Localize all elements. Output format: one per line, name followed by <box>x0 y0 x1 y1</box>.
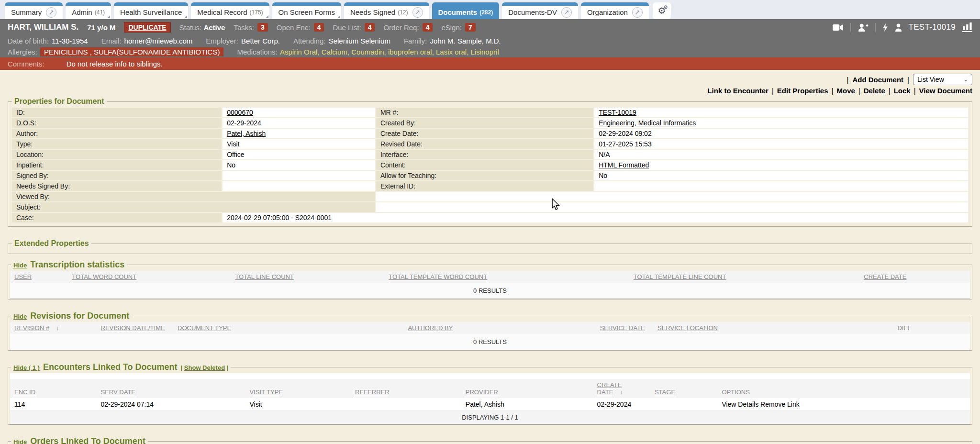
tab-settings-gear-icon[interactable]: ⚙ ⚙ <box>653 2 671 19</box>
show-deleted-link[interactable]: Show Deleted <box>184 364 225 371</box>
mr-number-link[interactable]: TEST-10019 <box>599 109 636 116</box>
stage-cell <box>650 398 717 411</box>
separator: | <box>847 76 849 84</box>
field-label: Family: <box>404 37 427 45</box>
add-user-icon[interactable] <box>858 23 869 32</box>
view-details-link[interactable]: View Details <box>722 400 758 408</box>
esign-counter[interactable]: eSign: 7 <box>441 23 475 32</box>
column-header[interactable]: AUTHORED BY <box>403 322 595 334</box>
counter-badge[interactable]: 4 <box>423 23 433 32</box>
video-camera-icon[interactable] <box>833 24 844 31</box>
view-document-link[interactable]: View Document <box>919 87 972 95</box>
flash-bolt-icon[interactable] <box>882 23 888 32</box>
column-header[interactable]: TOTAL TEMPLATE WORD COUNT <box>384 271 629 283</box>
created-by-link[interactable]: Engineering, Medical Informatics <box>599 119 696 127</box>
counter-badge[interactable]: 4 <box>314 23 324 32</box>
section-title: Orders Linked To Document <box>30 436 145 444</box>
remove-link-link[interactable]: Remove Link <box>760 400 800 408</box>
field-value: Selenium Selenium <box>329 37 390 45</box>
tab-health-surveillance[interactable]: Health Surveillance <box>114 2 188 19</box>
column-header[interactable]: TOTAL WORD COUNT <box>67 271 231 283</box>
revisions-section: Hide Revisions for Document REVISION #↓ … <box>8 311 972 351</box>
field-value: 0000670 <box>223 108 375 117</box>
separator: | <box>832 87 834 95</box>
column-header[interactable]: TOTAL TEMPLATE LINE COUNT <box>629 271 859 283</box>
sort-descending-icon[interactable]: ↓ <box>56 324 59 332</box>
table-row: Subject: <box>12 202 968 212</box>
field-value: No <box>223 160 375 170</box>
author-link[interactable]: Patel, Ashish <box>227 130 266 137</box>
counter-badge[interactable]: 7 <box>465 23 476 32</box>
tab-needs-signed[interactable]: Needs Signed (12) ↗ <box>344 2 429 19</box>
column-header[interactable]: STAGE <box>650 379 717 398</box>
counter-label: eSign: <box>441 23 462 32</box>
column-header[interactable]: REVISION DATE/TIME <box>97 322 173 334</box>
field-value <box>376 202 968 212</box>
field-label: External ID: <box>376 181 593 191</box>
column-header[interactable]: DOCUMENT TYPE <box>173 322 403 334</box>
tab-admin[interactable]: Admin (41) <box>66 2 111 19</box>
open-in-new-window-icon[interactable]: ↗ <box>561 7 572 18</box>
column-header[interactable]: SERV DATE <box>97 379 245 398</box>
document-id-link[interactable]: 0000670 <box>227 109 253 116</box>
table-row: Author: Patel, Ashish Create Date: 02-29… <box>12 129 968 138</box>
hide-orders-link[interactable]: Hide <box>13 438 27 444</box>
allergies-badge[interactable]: PENICILLINS , SULFA(SULFONAMIDE ANTIBIOT… <box>40 47 224 56</box>
column-header[interactable]: ENC ID <box>10 379 97 398</box>
edit-properties-link[interactable]: Edit Properties <box>777 87 828 95</box>
column-header-create-date[interactable]: CREATE DATE↓ <box>593 379 650 398</box>
column-header[interactable]: PROVIDER <box>461 379 593 398</box>
open-in-new-window-icon[interactable]: ↗ <box>632 7 643 18</box>
column-header[interactable]: SERVICE LOCATION <box>653 322 893 334</box>
hide-transcription-link[interactable]: Hide <box>13 262 27 269</box>
link-to-encounter-link[interactable]: Link to Encounter <box>707 87 768 95</box>
visit-type-cell: Visit <box>245 398 351 411</box>
column-header[interactable]: REFERRER <box>351 379 461 398</box>
tab-label: Documents <box>438 8 478 16</box>
hide-encounters-link[interactable]: Hide ( 1 ) <box>13 364 40 371</box>
column-header[interactable]: REVISION #↓ <box>10 322 97 334</box>
counter-badge[interactable]: 3 <box>257 23 268 32</box>
column-header[interactable]: TOTAL LINE COUNT <box>231 271 384 283</box>
tab-on-screen-forms[interactable]: On Screen Forms <box>272 2 341 19</box>
counter-badge[interactable]: 4 <box>365 23 375 32</box>
hide-revisions-link[interactable]: Hide <box>13 313 27 320</box>
column-header[interactable]: VISIT TYPE <box>245 379 351 398</box>
open-enc-counter[interactable]: Open Enc: 4 <box>277 23 324 32</box>
medications-list[interactable]: Aspirin Oral, Calcium, Coumadin, ibuprof… <box>280 48 499 56</box>
patient-name: HART, WILLIAM S. <box>8 22 78 32</box>
lock-link[interactable]: Lock <box>894 87 911 95</box>
field-value <box>594 181 968 191</box>
user-icon[interactable] <box>895 23 902 32</box>
sort-descending-icon[interactable]: ↓ <box>620 388 623 396</box>
tab-documents-dv[interactable]: Documents-DV ↗ <box>502 2 578 19</box>
user-code[interactable]: TEST-10019 <box>909 22 956 32</box>
tab-count: (41) <box>95 9 105 16</box>
tasks-counter[interactable]: Tasks: 3 <box>234 23 267 32</box>
view-mode-select[interactable]: List View ⌄ <box>913 74 972 85</box>
order-req-counter[interactable]: Order Req: 4 <box>383 23 433 32</box>
column-header[interactable]: CREATE DATE <box>859 271 970 283</box>
due-list-counter[interactable]: Due List: 4 <box>333 23 375 32</box>
section-title: Encounters Linked To Document <box>43 362 178 372</box>
field-label: ID: <box>12 108 222 117</box>
field-label: Interface: <box>376 150 593 159</box>
column-header[interactable]: SERVICE DATE <box>596 322 653 334</box>
tab-medical-record[interactable]: Medical Record (175) <box>191 2 269 19</box>
comments-banner: Comments: Do not release info to sibling… <box>0 57 980 70</box>
bar-chart-icon[interactable] <box>962 22 972 32</box>
open-in-new-window-icon[interactable]: ↗ <box>412 7 423 18</box>
tab-summary[interactable]: Summary ↗ <box>5 2 63 19</box>
content-format-link[interactable]: HTML Formatted <box>599 161 649 169</box>
table-row: Signed By: Allow for Teaching: No <box>12 171 968 180</box>
add-document-link[interactable]: Add Document <box>852 76 903 84</box>
delete-link[interactable]: Delete <box>864 87 885 95</box>
open-in-new-window-icon[interactable]: ↗ <box>46 7 56 18</box>
column-header[interactable]: USER <box>10 271 67 283</box>
field-label: Author: <box>12 129 222 138</box>
tab-organization[interactable]: Organization ↗ <box>581 2 649 19</box>
duplicate-badge[interactable]: DUPLICATE <box>124 22 170 33</box>
tab-documents[interactable]: Documents (282) <box>432 2 500 19</box>
employer-field: Employer: Better Corp. <box>206 37 280 45</box>
move-link[interactable]: Move <box>836 87 855 95</box>
